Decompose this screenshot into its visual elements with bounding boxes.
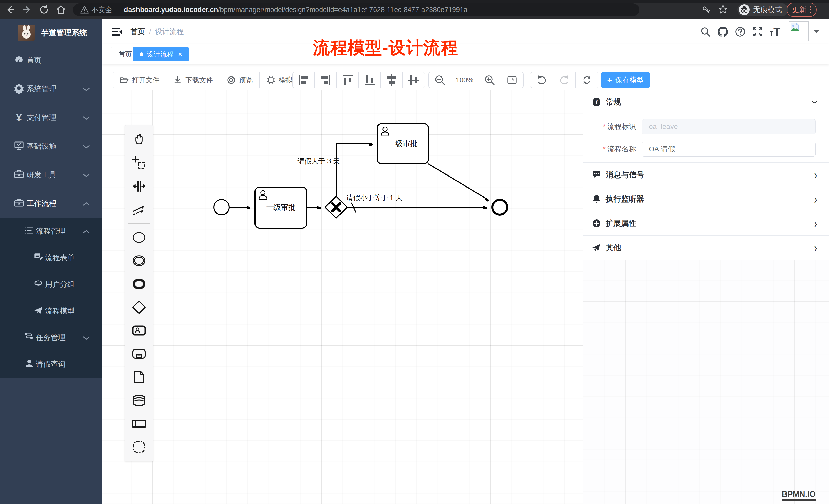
url-bar[interactable]: 不安全 dashboard.yudao.iocoder.cn/bpm/manag…: [73, 3, 639, 16]
lasso-tool-icon[interactable]: [125, 151, 153, 175]
align-center-h-icon[interactable]: [381, 72, 403, 88]
github-icon[interactable]: [715, 20, 731, 44]
bpmn-canvas[interactable]: 一级审批 二级审批 请假大于 3 天 请假小于等于 1 天: [102, 90, 583, 504]
section-message-signal[interactable]: 消息与信号 ›: [583, 163, 829, 187]
gateway-icon[interactable]: [125, 296, 153, 319]
font-size-icon[interactable]: тT: [767, 20, 783, 44]
search-icon[interactable]: [697, 20, 714, 44]
sidebar-item-label: 用户分组: [45, 279, 75, 289]
process-name-input[interactable]: [642, 142, 816, 157]
fit-viewport-icon[interactable]: [501, 72, 523, 88]
space-tool-icon[interactable]: [125, 175, 153, 198]
section-execution-listener[interactable]: 执行监听器 ›: [583, 187, 829, 211]
sidebar-item-process-form[interactable]: 流程表单: [0, 244, 102, 271]
avatar[interactable]: [789, 22, 809, 41]
chevron-down-icon[interactable]: ›: [808, 101, 823, 104]
sidebar-item-leave-query[interactable]: 请假查询: [0, 351, 102, 378]
end-event[interactable]: [492, 200, 507, 215]
process-key-input[interactable]: [642, 119, 816, 134]
bpmn-diagram[interactable]: 一级审批 二级审批 请假大于 3 天 请假小于等于 1 天: [102, 90, 583, 504]
align-bottom-icon[interactable]: [359, 72, 381, 88]
restart-icon[interactable]: [576, 72, 598, 88]
participant-icon[interactable]: [125, 412, 153, 435]
user-task-icon[interactable]: [125, 319, 153, 342]
sidebar-item-task-mgmt[interactable]: 任务管理: [0, 324, 102, 351]
condition1-label[interactable]: 请假大于 3 天: [297, 157, 340, 165]
security-warning[interactable]: 不安全: [80, 5, 112, 14]
align-right-icon[interactable]: [315, 72, 337, 88]
align-top-icon[interactable]: [337, 72, 359, 88]
zoom-out-icon[interactable]: [429, 72, 451, 88]
save-model-button[interactable]: + 保存模型: [601, 72, 650, 88]
sidebar-logo-row[interactable]: 芋道管理系统: [0, 20, 102, 46]
sidebar-item-payment[interactable]: ¥ 支付管理: [0, 103, 102, 132]
close-icon[interactable]: ×: [178, 50, 182, 58]
exclusive-gateway[interactable]: [325, 196, 347, 218]
download-file-button[interactable]: 下载文件: [167, 72, 220, 88]
sidebar-item-process-mgmt[interactable]: 流程管理: [0, 218, 102, 244]
data-object-icon[interactable]: [125, 365, 153, 389]
chevron-down-icon: [82, 171, 90, 179]
update-button[interactable]: 更新: [787, 3, 817, 17]
sidebar-item-devtools[interactable]: 研发工具: [0, 161, 102, 189]
start-event-icon[interactable]: [125, 226, 153, 249]
start-event[interactable]: [214, 200, 229, 215]
url-path: /bpm/manager/model/design?modelId=e4a1a1…: [218, 6, 468, 14]
zoom-in-icon[interactable]: [478, 72, 501, 88]
bpmn-palette: [125, 125, 153, 461]
group-icon[interactable]: [125, 435, 153, 459]
undo-icon[interactable]: [531, 72, 553, 88]
back-icon[interactable]: [4, 4, 16, 16]
sidebar-item-workflow[interactable]: 工作流程: [0, 189, 102, 218]
chevron-right-icon: ›: [814, 216, 817, 231]
section-general[interactable]: i 常规 ›: [583, 90, 829, 114]
flow-task2-to-end[interactable]: [428, 164, 489, 200]
sidebar-item-label: 基础设施: [27, 141, 56, 151]
subprocess-icon[interactable]: [125, 342, 153, 365]
section-extended-attributes[interactable]: 扩展属性 ›: [583, 211, 829, 236]
bpmn-io-watermark[interactable]: BPMN.iO: [782, 490, 816, 501]
chevron-down-icon: [82, 334, 90, 342]
menu-dots-icon[interactable]: [809, 6, 811, 14]
open-file-button[interactable]: 打开文件: [113, 72, 167, 88]
chevron-right-icon: ›: [814, 240, 817, 255]
global-connect-icon[interactable]: [125, 198, 153, 221]
fullscreen-icon[interactable]: [749, 20, 766, 44]
redo-icon[interactable]: [553, 72, 576, 88]
tab-label: 首页: [118, 50, 132, 59]
security-label: 不安全: [92, 5, 112, 14]
sidebar-item-home[interactable]: 首页: [0, 46, 102, 75]
sidebar-item-user-group[interactable]: 用户分组: [0, 271, 102, 298]
download-file-label: 下载文件: [185, 75, 213, 85]
forward-icon[interactable]: [21, 4, 33, 16]
hand-tool-icon[interactable]: [125, 128, 153, 151]
help-icon[interactable]: [732, 20, 748, 44]
end-event-icon[interactable]: [125, 272, 153, 296]
home-icon[interactable]: [55, 4, 67, 16]
sidebar-fold-icon[interactable]: [111, 27, 122, 38]
chip-icon: [266, 75, 276, 85]
user-task-level1[interactable]: 一级审批: [255, 187, 307, 228]
sidebar-item-system[interactable]: 系统管理: [0, 75, 102, 103]
tab-design-process[interactable]: 设计流程 ×: [133, 47, 189, 62]
dropdown-caret-icon[interactable]: [814, 30, 819, 33]
sidebar-item-process-model[interactable]: 流程模型: [0, 298, 102, 324]
zoom-level[interactable]: 100%: [451, 72, 478, 88]
user-task-level2[interactable]: 二级审批: [377, 124, 428, 164]
flow-gateway-to-task2[interactable]: [336, 144, 372, 196]
folder-open-icon: [119, 75, 129, 85]
data-store-icon[interactable]: [125, 389, 153, 412]
condition2-label[interactable]: 请假小于等于 1 天: [347, 194, 402, 202]
align-left-icon[interactable]: [293, 72, 315, 88]
reload-icon[interactable]: [38, 4, 50, 16]
star-icon[interactable]: [717, 4, 729, 16]
sidebar-item-infrastructure[interactable]: 基础设施: [0, 132, 102, 161]
align-center-v-icon[interactable]: [403, 72, 425, 88]
section-other[interactable]: 其他 ›: [583, 236, 829, 260]
intermediate-event-icon[interactable]: [125, 249, 153, 272]
open-file-label: 打开文件: [132, 75, 159, 85]
preview-button[interactable]: 预览: [220, 72, 260, 88]
breadcrumb-home[interactable]: 首页: [131, 27, 145, 37]
panel-sections: i 常规 › *流程标识 *流程名称 消息与信号: [583, 90, 829, 260]
key-icon[interactable]: [700, 4, 713, 16]
